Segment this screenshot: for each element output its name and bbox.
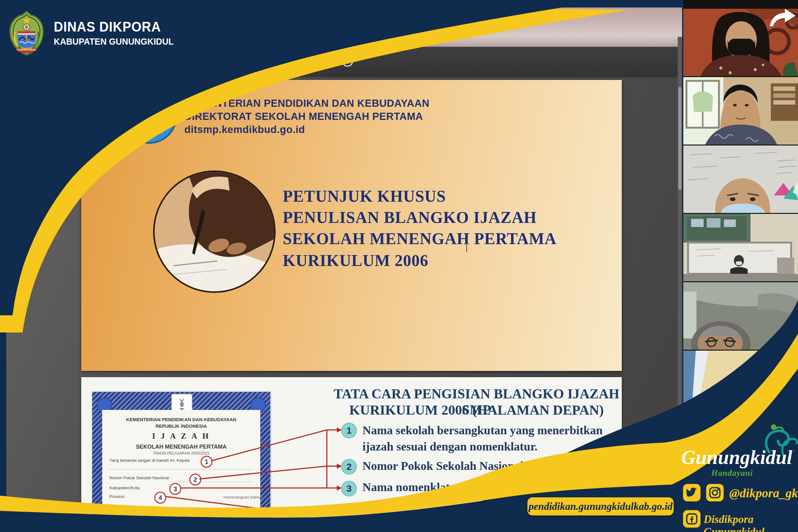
- item-1-number: 1: [341, 423, 357, 438]
- pdf-toolbar: 12 / 55 − 100% +: [6, 47, 682, 76]
- twitter-icon[interactable]: [683, 484, 701, 501]
- org-name: DINAS DIKPORA: [54, 19, 161, 35]
- slide-title-line2: PENULISAN BLANGKO IJAZAH: [283, 208, 537, 227]
- slide-title-line3: SEKOLAH MENENGAH PERTAMA: [283, 229, 557, 248]
- zoom-in-button[interactable]: +: [299, 54, 307, 66]
- text-cursor: [466, 243, 467, 252]
- crest-banner-text: GUNUNGKIDUL: [17, 48, 37, 51]
- zoom-out-button[interactable]: −: [256, 54, 264, 66]
- participant-video-6[interactable]: [683, 350, 798, 418]
- ministry-line2: DIREKTORAT SEKOLAH MENENGAH PERTAMA: [184, 110, 423, 122]
- participant-video-3[interactable]: [683, 146, 798, 213]
- item-1-line2: ijazah sesuai dengan nomenklatur.: [362, 440, 612, 453]
- toolbar-divider: [315, 55, 316, 68]
- brand-tagline: Handayani: [681, 468, 784, 478]
- item-2-number: 2: [341, 459, 357, 475]
- participant-video-2[interactable]: [683, 77, 798, 145]
- hand-writing-photo: [153, 170, 276, 293]
- item-3-line1: Nama nomenklatur kabupaten/kota*) (: [362, 480, 612, 494]
- brand-name: Gunungkidul: [681, 446, 793, 469]
- pdf-scrollbar-thumb[interactable]: [678, 87, 682, 190]
- slide-title-line4: KURIKULUM 2006: [283, 251, 428, 270]
- instagram-icon[interactable]: [706, 484, 724, 501]
- kemdikbud-logo-icon: [121, 88, 178, 144]
- toolbar-divider: [249, 55, 250, 68]
- website-banner: pendidikan.gunungkidulkab.go.id: [527, 497, 674, 515]
- rotate-icon[interactable]: [341, 54, 354, 68]
- share-arrow-icon[interactable]: [768, 8, 797, 27]
- ministry-line1: KEMENTERIAN PENDIDIKAN DAN KEBUDAYAAN: [184, 97, 429, 109]
- pdf-page-12-slide: KEMENTERIAN PENDIDIKAN DAN KEBUDAYAAN DI…: [81, 80, 622, 371]
- website-url: pendidikan.gunungkidulkab.go.id: [528, 501, 672, 512]
- page-total-label: / 55: [229, 57, 244, 67]
- participant-video-4[interactable]: [683, 214, 798, 281]
- zoom-level-input[interactable]: 100%: [271, 54, 294, 69]
- slide-title-line1: PETUNJUK KHUSUS: [283, 187, 446, 205]
- facebook-icon[interactable]: [683, 510, 701, 528]
- fit-page-icon[interactable]: [323, 55, 336, 68]
- facebook-name[interactable]: Disdikpora Gunungkidul: [704, 513, 798, 532]
- item-1-line1: Nama sekolah bersangkutan yang menerbitk…: [362, 423, 612, 437]
- participant-video-5[interactable]: [683, 282, 798, 350]
- org-region: KABUPATEN GUNUNGKIDUL: [54, 36, 174, 47]
- gunungkidul-crest-icon: GUNUNGKIDUL: [7, 10, 46, 56]
- page-number-input[interactable]: 12: [209, 54, 225, 69]
- item-2-line1: Nomor Pokok Sekolah Nasional (NPSN): [362, 459, 612, 473]
- shared-screen-window: 12 / 55 − 100% +: [6, 7, 682, 532]
- social-handle[interactable]: @dikpora_gk: [729, 486, 798, 500]
- ministry-url: ditsmp.kemdikbud.go.id: [184, 123, 305, 135]
- item-3-number: 3: [341, 481, 357, 496]
